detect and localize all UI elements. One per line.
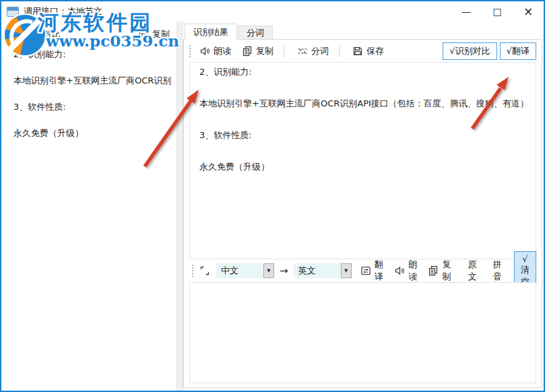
copy-button[interactable]: 复制	[240, 44, 276, 59]
result-line: 永久免费（升级）	[199, 161, 526, 172]
titlebar: 调用接口：本地英文 — □ ×	[1, 1, 544, 22]
translate-label: 翻译	[375, 259, 383, 283]
compare-header: 识别对比	[11, 28, 61, 40]
compare-text-area[interactable]: 2、识别能力: 本地识别引擎+互联网主流厂商OCR识别 3、软件性质: 永久免费…	[13, 48, 177, 154]
swap-languages-button[interactable]	[197, 264, 212, 277]
toolbar-separator	[284, 46, 284, 57]
compare-panel: 识别对比 复制 2、识别能力: 本地识别引擎+互联网主流厂商OCR识别 3、软件…	[1, 22, 177, 391]
read-aloud-label: 朗读	[214, 45, 231, 57]
result-line: 2、识别能力:	[199, 66, 526, 77]
translate-icon	[360, 265, 371, 276]
toolbar-grip[interactable]	[4, 28, 5, 40]
result-line: 本地识别引擎+互联网主流厂商OCR识别API接口（包括：百度、腾讯、搜狗、有道）	[199, 98, 526, 109]
copy-label: 复制	[256, 45, 274, 57]
toolbar-toggles: √识别对比 √翻译	[443, 42, 536, 60]
source-language-select[interactable]: 中文 ▼	[216, 263, 274, 278]
translation-text-area[interactable]	[189, 282, 536, 383]
translate-button[interactable]: 翻译	[358, 257, 385, 284]
swap-languages-icon	[199, 265, 210, 276]
read-aloud-button[interactable]: 朗读	[197, 44, 233, 59]
translate-toolbar: 中文 ▼ → 英文 ▼ 翻译	[189, 261, 536, 280]
segment-button[interactable]: 分词	[295, 44, 331, 59]
compare-toggle-button[interactable]: √识别对比	[443, 42, 496, 60]
result-panel: 识别结果 分词 朗读	[183, 22, 544, 391]
app-icon	[7, 7, 19, 17]
save-label: 保存	[366, 45, 384, 57]
copy-icon	[428, 265, 439, 276]
compare-line: 永久免费（升级）	[13, 127, 177, 139]
maximize-button[interactable]: □	[482, 1, 513, 22]
chevron-down-icon[interactable]: ▼	[263, 263, 274, 278]
recognition-text-area[interactable]: 2、识别能力: 本地识别引擎+互联网主流厂商OCR识别API接口（包括：百度、腾…	[189, 62, 536, 259]
speaker-icon	[199, 46, 210, 57]
minimize-button[interactable]: —	[451, 1, 482, 22]
compare-line: 2、识别能力:	[13, 48, 177, 60]
compare-copy-label: 复制	[152, 28, 170, 40]
compare-copy-button[interactable]: 复制	[135, 26, 172, 43]
segment-label: 分词	[311, 45, 329, 57]
tabbar: 识别结果 分词	[185, 24, 274, 40]
compare-line: 3、软件性质:	[13, 101, 177, 112]
save-button[interactable]: 保存	[350, 44, 386, 59]
toolbar-separator	[339, 46, 340, 57]
original-text-button[interactable]: 原文	[467, 257, 478, 284]
app-window: 调用接口：本地英文 — □ × 识别对比	[0, 0, 545, 392]
compare-panel-toolbar: 识别对比 复制	[1, 26, 174, 43]
speaker-icon	[394, 265, 405, 276]
save-icon	[352, 46, 363, 57]
source-language-value: 中文	[216, 263, 263, 278]
copy-icon	[242, 46, 253, 57]
window-title: 调用接口：本地英文	[24, 5, 102, 18]
copy-icon	[138, 29, 149, 40]
segment-icon	[297, 46, 308, 57]
compare-line: 本地识别引擎+互联网主流厂商OCR识别	[13, 75, 177, 86]
direction-arrow-icon: →	[280, 265, 288, 277]
close-button[interactable]: ×	[513, 1, 544, 22]
result-tabpage: 朗读 复制	[183, 39, 542, 388]
copy-button[interactable]: 复制	[426, 257, 453, 284]
target-language-value: 英文	[294, 263, 341, 278]
toolbar-grip[interactable]	[192, 265, 193, 277]
target-language-select[interactable]: 英文 ▼	[294, 263, 352, 278]
read-aloud-button[interactable]: 朗读	[392, 257, 419, 284]
tab-word-segmentation[interactable]: 分词	[238, 26, 273, 40]
copy-label: 复制	[442, 259, 451, 283]
toolbar-grip[interactable]	[189, 45, 191, 57]
result-line: 3、软件性质:	[199, 129, 526, 141]
compare-label: 识别对比	[26, 28, 61, 40]
chevron-down-icon[interactable]: ▼	[341, 263, 352, 278]
translate-toggle-button[interactable]: √翻译	[500, 42, 536, 60]
compare-columns-icon	[11, 29, 22, 40]
tab-recognition-result[interactable]: 识别结果	[185, 24, 237, 40]
pinyin-button[interactable]: 拼音	[492, 257, 503, 284]
panel-splitter[interactable]	[177, 22, 183, 391]
window-controls: — □ ×	[451, 1, 544, 22]
result-toolbar: 朗读 复制	[185, 42, 540, 61]
read-aloud-label: 朗读	[408, 259, 417, 283]
